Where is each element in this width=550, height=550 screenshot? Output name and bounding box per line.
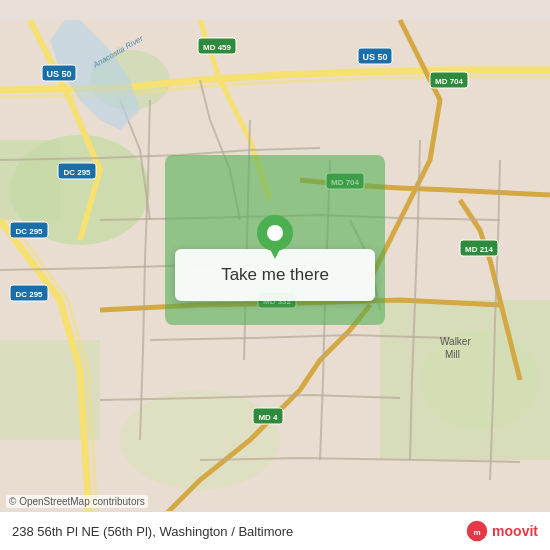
osm-credit: © OpenStreetMap contributors — [6, 495, 148, 508]
location-pin — [257, 215, 293, 263]
svg-point-7 — [120, 390, 280, 490]
moovit-logo: m moovit — [466, 520, 538, 542]
svg-text:US 50: US 50 — [362, 52, 387, 62]
svg-rect-2 — [0, 140, 60, 220]
bottom-bar: 238 56th Pl NE (56th Pl), Washington / B… — [0, 511, 550, 550]
svg-text:MD 214: MD 214 — [465, 245, 494, 254]
address-text: 238 56th Pl NE (56th Pl), Washington / B… — [12, 524, 293, 539]
svg-text:DC 295: DC 295 — [63, 168, 91, 177]
svg-text:US 50: US 50 — [46, 69, 71, 79]
svg-marker-35 — [267, 243, 283, 259]
svg-point-5 — [420, 330, 540, 430]
map-container: Anacostia River US 50 US 50 MD 459 MD 70… — [0, 0, 550, 550]
svg-text:MD 459: MD 459 — [203, 43, 232, 52]
moovit-logo-text: moovit — [492, 523, 538, 539]
svg-text:MD 4: MD 4 — [258, 413, 278, 422]
svg-text:DC 295: DC 295 — [15, 290, 43, 299]
svg-text:Walker: Walker — [440, 336, 471, 347]
svg-text:MD 704: MD 704 — [435, 77, 464, 86]
moovit-logo-icon: m — [466, 520, 488, 542]
svg-text:Mill: Mill — [445, 349, 460, 360]
svg-text:DC 295: DC 295 — [15, 227, 43, 236]
svg-point-34 — [267, 225, 283, 241]
svg-text:m: m — [474, 528, 481, 537]
